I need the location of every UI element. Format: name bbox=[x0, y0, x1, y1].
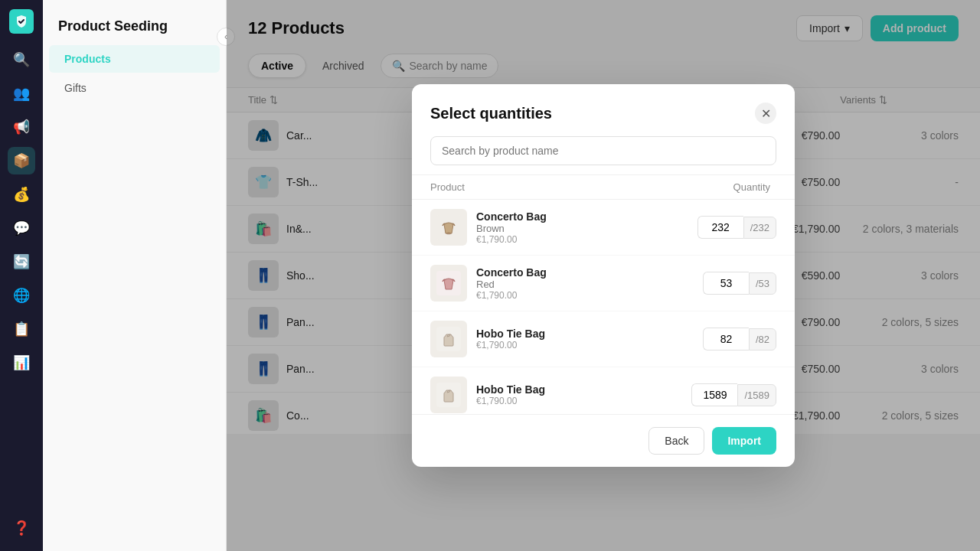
modal-col-product: Product bbox=[430, 181, 733, 193]
modal-product-row: Concerto Bag Brown €1,790.00 /232 bbox=[412, 200, 795, 256]
modal-title: Select quantities bbox=[430, 105, 552, 122]
sidebar-package-icon[interactable]: 📦 bbox=[8, 147, 35, 174]
modal-product-color: Brown bbox=[476, 223, 688, 234]
modal-quantity: /232 bbox=[697, 216, 776, 239]
sidebar: 🔍 👥 📢 📦 💰 💬 🔄 🌐 📋 📊 ❓ bbox=[0, 0, 43, 551]
modal-product-row: Hobo Tie Bag €1,790.00 /82 bbox=[412, 311, 795, 367]
modal-product-thumb bbox=[430, 321, 467, 357]
sidebar-help-icon[interactable]: ❓ bbox=[8, 514, 35, 542]
sidebar-globe-icon[interactable]: 🌐 bbox=[8, 282, 35, 309]
modal-product-name: Concerto Bag bbox=[476, 266, 694, 279]
modal-product-color: Red bbox=[476, 279, 694, 290]
modal-product-row: Concerto Bag Red €1,790.00 /53 bbox=[412, 256, 795, 311]
quantity-input-2[interactable] bbox=[703, 328, 749, 350]
modal-quantity: /1589 bbox=[691, 383, 776, 406]
sidebar-refresh-icon[interactable]: 🔄 bbox=[8, 248, 35, 276]
modal-product-price: €1,790.00 bbox=[476, 234, 688, 245]
modal-col-quantity: Quantity bbox=[733, 181, 776, 193]
nav-item-products[interactable]: Products bbox=[49, 45, 220, 73]
sidebar-list-icon[interactable]: 📋 bbox=[8, 315, 35, 343]
modal-footer: Back Import bbox=[412, 414, 795, 467]
modal-product-info: Hobo Tie Bag €1,790.00 bbox=[476, 383, 682, 406]
modal-close-button[interactable]: ✕ bbox=[755, 103, 776, 124]
quantity-input-1[interactable] bbox=[703, 272, 749, 295]
sidebar-megaphone-icon[interactable]: 📢 bbox=[8, 113, 35, 141]
panel-title: Product Seeding bbox=[43, 12, 226, 37]
modal-product-info: Concerto Bag Red €1,790.00 bbox=[476, 266, 694, 301]
modal-body: Concerto Bag Brown €1,790.00 /232 bbox=[412, 200, 795, 414]
modal-product-name: Concerto Bag bbox=[476, 210, 688, 223]
sidebar-search-icon[interactable]: 🔍 bbox=[8, 46, 35, 73]
modal-header: Select quantities ✕ bbox=[412, 84, 795, 136]
sidebar-chat-icon[interactable]: 💬 bbox=[8, 214, 35, 242]
modal-product-thumb bbox=[430, 265, 467, 302]
qty-max-0: /232 bbox=[743, 217, 776, 239]
app-logo bbox=[9, 9, 34, 34]
modal-product-info: Hobo Tie Bag €1,790.00 bbox=[476, 328, 694, 350]
sidebar-chart-icon[interactable]: 📊 bbox=[8, 349, 35, 377]
qty-max-1: /53 bbox=[749, 272, 776, 295]
back-button[interactable]: Back bbox=[648, 427, 704, 455]
modal-quantity: /82 bbox=[703, 328, 776, 350]
main-content: 12 Products Import ▾ Add product Active … bbox=[227, 0, 980, 551]
modal-product-thumb bbox=[430, 377, 467, 413]
qty-max-3: /1589 bbox=[737, 384, 776, 406]
modal-product-name: Hobo Tie Bag bbox=[476, 383, 682, 396]
modal-overlay: Select quantities ✕ Product Quantity bbox=[227, 0, 980, 551]
modal-product-price: €1,790.00 bbox=[476, 290, 694, 301]
modal-search-input[interactable] bbox=[430, 136, 776, 165]
sidebar-money-icon[interactable]: 💰 bbox=[8, 181, 35, 208]
modal-import-button[interactable]: Import bbox=[712, 427, 776, 455]
qty-max-2: /82 bbox=[749, 328, 776, 350]
modal-product-name: Hobo Tie Bag bbox=[476, 328, 694, 340]
modal-product-price: €1,790.00 bbox=[476, 396, 682, 406]
svg-point-1 bbox=[446, 233, 451, 235]
modal-quantity: /53 bbox=[703, 272, 776, 295]
modal-product-row: Hobo Tie Bag €1,790.00 /1589 bbox=[412, 367, 795, 414]
left-panel: Product Seeding ‹ Products Gifts bbox=[43, 0, 227, 551]
quantity-input-0[interactable] bbox=[697, 216, 743, 239]
quantity-input-3[interactable] bbox=[691, 383, 737, 406]
modal-product-thumb bbox=[430, 209, 467, 246]
modal-table-header: Product Quantity bbox=[412, 174, 795, 200]
select-quantities-modal: Select quantities ✕ Product Quantity bbox=[412, 84, 795, 467]
sidebar-people-icon[interactable]: 👥 bbox=[8, 80, 35, 107]
modal-product-price: €1,790.00 bbox=[476, 340, 694, 350]
nav-item-gifts[interactable]: Gifts bbox=[49, 74, 220, 102]
modal-product-info: Concerto Bag Brown €1,790.00 bbox=[476, 210, 688, 245]
